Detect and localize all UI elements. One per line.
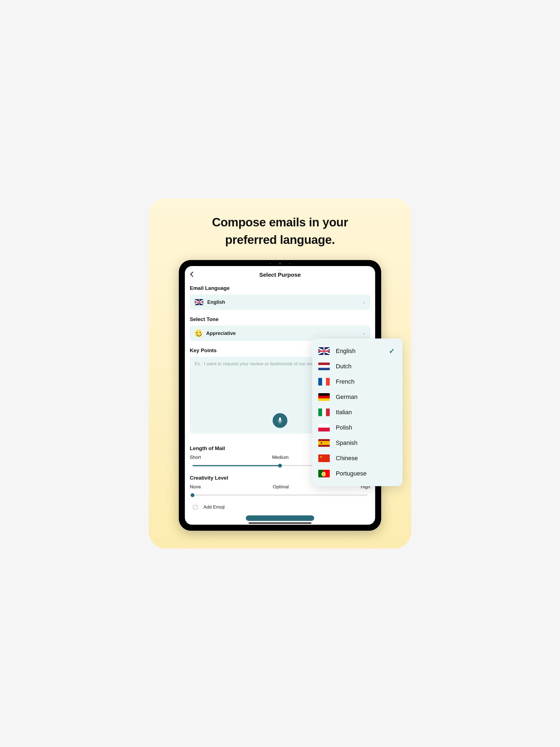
home-indicator <box>249 522 311 524</box>
headline: Compose emails in your preferred languag… <box>149 199 411 249</box>
length-mid-label: Medium <box>272 455 288 460</box>
language-select[interactable]: English ⌄ <box>190 294 370 310</box>
language-option-label: Portuguese <box>336 470 367 477</box>
language-option-es[interactable]: Spanish <box>318 435 397 450</box>
language-option-nl[interactable]: Dutch <box>318 359 397 374</box>
nav-bar: ••• Select Purpose <box>190 270 370 280</box>
creativity-mid-label: Optimal <box>273 484 289 490</box>
svg-rect-0 <box>279 417 281 421</box>
flag-fr-icon <box>318 378 330 386</box>
add-emoji-checkbox[interactable] <box>193 505 198 509</box>
language-option-gb[interactable]: English✓ <box>318 343 397 359</box>
flag-cn-icon <box>318 455 330 462</box>
grab-dots-icon: ••• <box>278 269 282 272</box>
add-emoji-row[interactable]: Add Emoji <box>190 505 370 510</box>
flag-pt-icon <box>318 470 330 478</box>
back-button[interactable] <box>190 271 194 279</box>
language-option-label: Dutch <box>336 363 351 370</box>
flag-es-icon <box>318 439 330 447</box>
language-option-label: Chinese <box>336 455 358 462</box>
microphone-icon <box>277 417 283 424</box>
smile-emoji-icon <box>195 330 202 337</box>
tone-select-value: Appreciative <box>206 331 236 336</box>
chevron-down-icon: ⌄ <box>362 300 365 304</box>
creativity-slider[interactable] <box>190 492 370 498</box>
primary-action-button[interactable] <box>246 515 314 521</box>
flag-pl-icon <box>318 424 330 432</box>
add-emoji-label: Add Emoji <box>203 505 225 510</box>
creativity-low-label: None <box>190 484 201 490</box>
language-option-label: Italian <box>336 409 352 416</box>
language-option-pt[interactable]: Portuguese <box>318 466 397 481</box>
language-option-pl[interactable]: Polish <box>318 420 397 435</box>
length-slider-thumb[interactable] <box>278 464 282 468</box>
promo-stage: Compose emails in your preferred languag… <box>149 199 411 548</box>
flag-gb-icon <box>318 347 330 355</box>
flag-nl-icon <box>318 363 330 370</box>
language-option-de[interactable]: German <box>318 389 397 405</box>
mic-button[interactable] <box>273 413 287 428</box>
page-title: Select Purpose <box>259 272 301 278</box>
creativity-slider-thumb[interactable] <box>190 493 195 497</box>
language-option-cn[interactable]: Chinese <box>318 450 397 466</box>
language-option-it[interactable]: Italian <box>318 405 397 420</box>
length-low-label: Short <box>190 455 201 460</box>
language-option-label: Polish <box>336 424 352 431</box>
language-option-label: French <box>336 378 354 385</box>
chevron-left-icon <box>190 272 194 277</box>
flag-gb-icon <box>195 299 203 305</box>
tone-label: Select Tone <box>190 316 370 323</box>
language-option-label: Spanish <box>336 439 358 446</box>
language-option-label: English <box>336 347 355 355</box>
chevron-down-icon: ⌄ <box>362 331 365 335</box>
check-icon: ✓ <box>389 347 395 356</box>
headline-line-1: Compose emails in your <box>212 215 348 229</box>
language-label: Email Language <box>190 285 370 291</box>
language-dropdown[interactable]: English✓DutchFrenchGermanItalianPolishSp… <box>312 338 403 486</box>
headline-line-2: preferred language. <box>225 233 335 247</box>
language-option-label: German <box>336 393 357 401</box>
language-select-value: English <box>207 300 225 305</box>
flag-de-icon <box>318 393 330 401</box>
language-option-fr[interactable]: French <box>318 374 397 389</box>
flag-it-icon <box>318 409 330 416</box>
